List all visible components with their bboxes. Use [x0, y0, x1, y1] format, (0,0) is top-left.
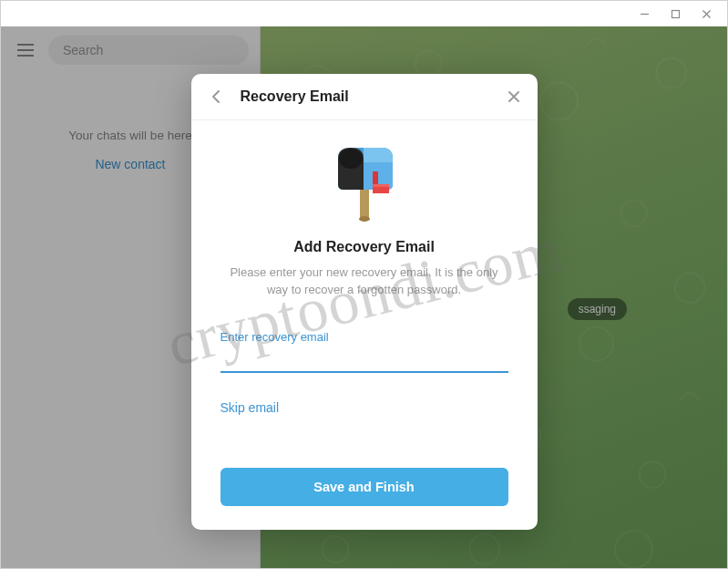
svg-point-28	[339, 149, 363, 169]
save-and-finish-button[interactable]: Save and Finish	[220, 468, 508, 506]
maximize-button[interactable]	[660, 2, 691, 26]
modal-title: Recovery Email	[241, 88, 507, 105]
svg-rect-31	[373, 184, 389, 187]
section-description: Please enter your new recovery email. It…	[220, 264, 508, 299]
close-icon[interactable]	[507, 89, 521, 104]
recovery-email-input[interactable]	[220, 344, 508, 373]
recovery-email-modal: Recovery Email Add	[191, 74, 538, 530]
window-titlebar	[1, 1, 727, 26]
svg-rect-26	[360, 188, 369, 219]
skip-email-link[interactable]: Skip email	[220, 400, 508, 415]
mailbox-icon	[220, 142, 508, 222]
section-title: Add Recovery Email	[220, 239, 508, 255]
svg-rect-1	[672, 10, 679, 17]
svg-point-27	[359, 216, 370, 222]
back-icon[interactable]	[208, 88, 224, 105]
input-label: Enter recovery email	[220, 330, 508, 344]
minimize-button[interactable]	[629, 2, 660, 26]
window-close-button[interactable]	[691, 2, 722, 26]
